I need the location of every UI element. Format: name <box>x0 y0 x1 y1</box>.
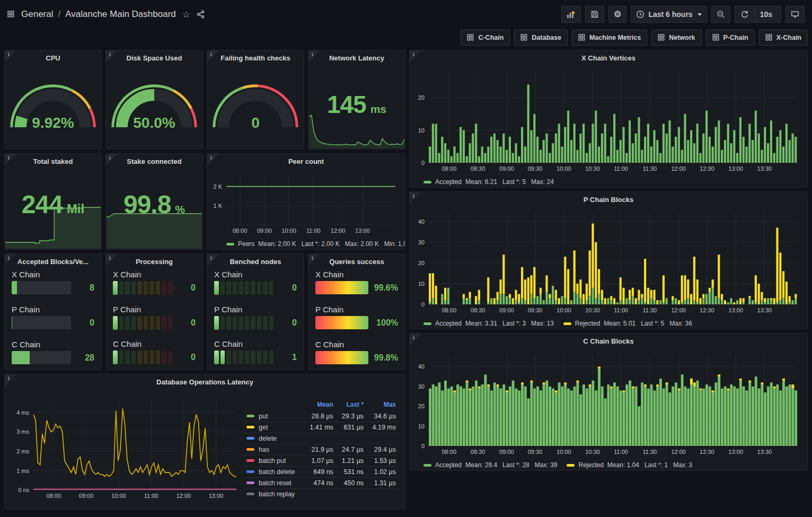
panel-info-corner[interactable] <box>410 192 421 204</box>
bar-track <box>12 316 71 329</box>
panel-info-corner[interactable] <box>410 50 421 62</box>
dashboard-grid-icon[interactable] <box>7 11 15 18</box>
network-latency-sparkline[interactable] <box>309 115 404 148</box>
panel-queries-success: i Queries success X Chain 99.6% P Chain … <box>308 253 405 370</box>
panel-title[interactable]: Disk Space Used <box>127 54 182 62</box>
link-label: C-Chain <box>478 34 504 41</box>
legend-row-batch-delete[interactable]: batch delete649 ns531 ns1.02 µs <box>244 467 399 478</box>
panel-info-corner[interactable] <box>5 50 16 62</box>
legend-header-max[interactable]: Max <box>366 400 399 411</box>
panel-title[interactable]: Accepted Blocks/Ve... <box>17 258 89 266</box>
add-panel-button[interactable] <box>561 6 581 23</box>
refresh-interval-picker[interactable]: 10s <box>754 6 781 22</box>
panel-title[interactable]: Database Operations Latency <box>156 378 253 386</box>
panel-info-corner[interactable] <box>410 334 421 345</box>
cpu-gauge[interactable]: 9.92% <box>5 65 101 149</box>
bar-track <box>12 351 71 364</box>
panel-title[interactable]: Failing health checks <box>220 54 290 62</box>
share-icon[interactable] <box>197 10 205 19</box>
legend-label: Accepted <box>435 320 462 327</box>
panel-info-corner[interactable] <box>106 154 118 165</box>
panel-info-corner[interactable] <box>207 154 219 165</box>
panel-title[interactable]: Stake connected <box>127 157 181 165</box>
cycle-view-button[interactable] <box>785 6 805 23</box>
db-latency-plot[interactable]: 4 ms3 ms2 ms1 ms0 ns08:0009:0010:0011:00… <box>33 401 236 490</box>
panel-title[interactable]: Queries success <box>329 258 384 266</box>
y-axis-tick: 40 <box>418 218 425 225</box>
link-database[interactable]: Database <box>514 30 568 46</box>
link-c-chain[interactable]: C-Chain <box>461 30 510 46</box>
legend-swatch <box>246 493 254 495</box>
legend-item-accepted[interactable]: Accepted Mean: 3.31 Last *: 3 Max: 13 <box>423 320 554 327</box>
x-axis-tick: 08:00 <box>233 227 248 234</box>
link-x-chain[interactable]: X-Chain <box>759 30 808 46</box>
legend-item-peers[interactable]: Peers Mean: 2.00 K Last *: 2.00 K Max: 2… <box>226 240 405 248</box>
panel-title[interactable]: Peer count <box>288 157 324 165</box>
time-range-picker[interactable]: Last 6 hours <box>631 6 707 23</box>
panel-title[interactable]: P Chain Blocks <box>584 196 633 204</box>
legend-row-get[interactable]: get1.41 ms631 µs4.19 ms <box>244 422 399 433</box>
panel-cpu: i CPU 9.92% <box>4 50 102 150</box>
x-chain-vertices-plot[interactable]: 2010008:0008:3009:0009:3010:0010:3011:00… <box>429 72 798 163</box>
x-axis-tick: 10:30 <box>585 307 600 313</box>
legend-item-rejected[interactable]: Rejected Mean: 5.01 Last *: 5 Max: 36 <box>563 320 692 327</box>
dashboard-settings-button[interactable]: ⚙ <box>608 6 626 23</box>
legend-row-batch-reset[interactable]: batch reset474 ns450 ns1.31 µs <box>244 478 399 489</box>
legend-row-has[interactable]: has21.9 µs24.7 µs29.4 µs <box>244 444 399 455</box>
zoom-out-button[interactable] <box>711 6 730 23</box>
panel-title[interactable]: Total staked <box>33 157 73 165</box>
lcd-gauge-row: X Chain 0 <box>214 270 297 295</box>
page-title[interactable]: Avalanche Main Dashboard <box>65 9 176 20</box>
panel-info-corner[interactable] <box>207 254 219 266</box>
p-chain-blocks-plot[interactable]: 40302010008:0008:3009:0009:3010:0010:301… <box>429 213 798 304</box>
save-dashboard-button[interactable] <box>585 6 604 23</box>
panel-info-corner[interactable] <box>106 50 118 62</box>
panel-title[interactable]: X Chain Vertices <box>581 54 636 62</box>
legend-header-last[interactable]: Last * <box>336 400 366 411</box>
link-network[interactable]: Network <box>651 30 701 46</box>
dashboard-grid-icon <box>765 34 773 41</box>
panel-info-corner[interactable] <box>308 254 320 266</box>
panel-title[interactable]: Network Latency <box>329 54 384 62</box>
x-axis-tick: 09:30 <box>528 449 543 455</box>
legend-row-delete[interactable]: delete <box>244 433 399 444</box>
panel-info-corner[interactable] <box>106 254 118 266</box>
legend-item-accepted[interactable]: Accepted Mean: 29.4 Last *: 28 Max: 39 <box>423 461 557 469</box>
link-machine-metrics[interactable]: Machine Metrics <box>572 30 647 46</box>
c-chain-blocks-plot[interactable]: 40302010008:0008:3009:0009:3010:0010:301… <box>429 355 798 446</box>
chain-label: P Chain <box>12 305 94 314</box>
panel-info-corner[interactable] <box>5 154 16 165</box>
disk-gauge[interactable]: 50.0% <box>106 65 202 149</box>
legend-item-rejected[interactable]: Rejected Mean: 1.04 Last *: 1 Max: 3 <box>567 461 692 469</box>
panel-info-corner[interactable] <box>308 50 320 62</box>
bar-fill <box>12 281 17 294</box>
panel-title[interactable]: Processing <box>136 258 173 266</box>
peer-count-plot[interactable]: 2 K1 K08:0009:0010:0011:0012:0013:00 <box>226 175 395 225</box>
x-axis-tick: 13:00 <box>355 227 370 234</box>
panel-info-corner[interactable] <box>5 254 16 266</box>
panel-title[interactable]: CPU <box>46 54 60 62</box>
legend-row-put[interactable]: put28.8 µs29.3 µs34.6 µs <box>244 411 399 422</box>
panel-processing: i Processing X Chain 0 P Chain 0 C Chain <box>105 253 203 370</box>
legend-swatch <box>226 243 234 246</box>
stat-number: 145 <box>327 90 366 119</box>
panel-info-corner[interactable] <box>5 374 16 386</box>
panel-info-corner[interactable] <box>207 50 219 62</box>
legend-header-mean[interactable]: Mean <box>304 400 336 411</box>
chain-label: X Chain <box>214 270 297 279</box>
legend: Accepted Mean: 3.31 Last *: 3 Max: 13 Re… <box>410 318 807 329</box>
refresh-button[interactable] <box>735 6 754 22</box>
breadcrumb-section[interactable]: General <box>21 9 53 20</box>
x-axis-tick: 11:30 <box>643 449 657 455</box>
x-axis-tick: 11:00 <box>614 165 628 172</box>
panel-title[interactable]: C Chain Blocks <box>583 337 633 345</box>
y-axis-tick: 3 ms <box>16 428 29 435</box>
legend-row-batch-replay[interactable]: batch replay <box>244 489 399 500</box>
x-axis-tick: 08:30 <box>471 449 486 455</box>
legend-item-accepted[interactable]: Accepted Mean: 6.21 Last *: 5 Max: 24 <box>423 178 554 186</box>
link-p-chain[interactable]: P-Chain <box>706 30 755 46</box>
star-icon[interactable]: ☆ <box>182 10 190 19</box>
legend-row-batch-put[interactable]: batch put1.07 µs1.21 µs1.53 µs <box>244 455 399 467</box>
panel-title[interactable]: Benched nodes <box>230 258 281 266</box>
health-gauge[interactable]: 0 <box>207 65 304 149</box>
